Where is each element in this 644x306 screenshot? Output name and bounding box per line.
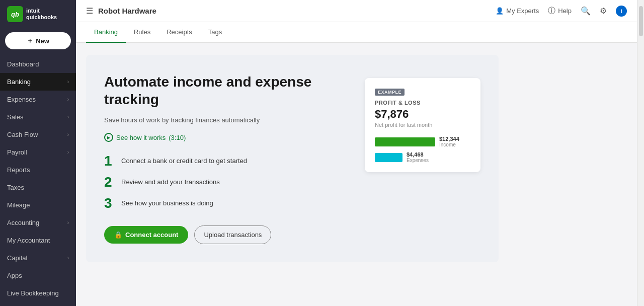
step-3: 3 See how your business is doing: [104, 196, 350, 210]
chevron-right-icon: ›: [67, 149, 69, 155]
quickbooks-logo: qb: [7, 6, 23, 22]
sidebar-item-dashboard[interactable]: Dashboard: [0, 55, 76, 73]
chevron-right-icon: ›: [67, 79, 69, 85]
sidebar-item-expenses[interactable]: Expenses ›: [0, 91, 76, 108]
sidebar-item-taxes[interactable]: Taxes: [0, 179, 76, 196]
help-icon: ⓘ: [548, 6, 555, 16]
step-text: Review and add your transactions: [121, 175, 220, 186]
sidebar-item-label: Banking: [7, 78, 67, 86]
sidebar-item-payroll[interactable]: Payroll ›: [0, 143, 76, 161]
step-number: 2: [104, 175, 115, 189]
help-button[interactable]: ⓘ Help: [548, 6, 572, 16]
sidebar-item-mileage[interactable]: Mileage: [0, 196, 76, 214]
chevron-right-icon: ›: [67, 114, 69, 120]
tab-bar: Banking Rules Receipts Tags: [76, 22, 637, 43]
gear-icon[interactable]: ⚙: [600, 6, 607, 16]
header: ☰ Robot Hardware 👤 My Experts ⓘ Help 🔍 ⚙…: [76, 0, 637, 22]
header-right: 👤 My Experts ⓘ Help 🔍 ⚙ i: [496, 6, 627, 17]
step-number: 1: [104, 154, 115, 168]
main-content: Automate income and expense tracking Sav…: [76, 43, 637, 306]
sidebar-item-my-accountant[interactable]: My Accountant: [0, 232, 76, 249]
plus-icon: ＋: [27, 36, 33, 45]
my-experts-button[interactable]: 👤 My Experts: [496, 7, 539, 15]
income-label: Income: [439, 142, 459, 147]
connect-account-button[interactable]: 🔒 Connect account: [104, 226, 188, 244]
sidebar-item-label: Cash Flow: [7, 131, 67, 138]
tab-rules[interactable]: Rules: [126, 22, 158, 43]
user-initial: i: [620, 8, 622, 14]
chevron-right-icon: ›: [67, 97, 69, 102]
step-text: Connect a bank or credit card to get sta…: [121, 154, 247, 165]
sidebar-item-label: My Accountant: [7, 237, 69, 244]
help-label: Help: [558, 7, 572, 15]
tab-receipts[interactable]: Receipts: [158, 22, 200, 43]
sidebar-item-live-bookkeeping[interactable]: Live Bookkeeping: [0, 284, 76, 302]
chevron-right-icon: ›: [67, 255, 69, 261]
example-card: EXAMPLE PROFIT & LOSS $7,876 Net profit …: [365, 78, 480, 172]
bar-chart: $12,344 Income $4,468 Expenses: [375, 136, 470, 163]
see-how-duration: (3:10): [169, 134, 186, 141]
sidebar-item-label: Mileage: [7, 201, 69, 209]
income-info: $12,344 Income: [439, 136, 459, 147]
sidebar-item-label: Live Bookkeeping: [7, 289, 69, 297]
chevron-right-icon: ›: [67, 220, 69, 225]
new-button-label: New: [36, 37, 49, 45]
tab-banking[interactable]: Banking: [86, 22, 126, 43]
profit-amount: $7,876: [375, 108, 470, 121]
new-button[interactable]: ＋ New: [5, 32, 71, 49]
sidebar-item-label: Payroll: [7, 148, 67, 156]
profit-description: Net profit for last month: [375, 122, 470, 128]
example-badge: EXAMPLE: [375, 89, 405, 96]
expenses-label: Expenses: [407, 158, 429, 163]
step-1: 1 Connect a bank or credit card to get s…: [104, 154, 350, 168]
hero-subtitle: Save hours of work by tracking finances …: [104, 116, 350, 124]
logo-icon: qb: [11, 11, 19, 18]
expenses-amount: $4,468: [407, 151, 429, 158]
expenses-bar: [375, 153, 403, 162]
sidebar-item-reports[interactable]: Reports: [0, 161, 76, 179]
sidebar-item-label: Expenses: [7, 96, 67, 103]
content-area: Banking Rules Receipts Tags Automate inc…: [76, 22, 637, 306]
my-experts-label: My Experts: [506, 7, 539, 15]
search-icon[interactable]: 🔍: [581, 6, 591, 16]
button-row: 🔒 Connect account Upload transactions: [104, 225, 350, 244]
user-avatar[interactable]: i: [616, 6, 627, 17]
page-title: Robot Hardware: [98, 7, 156, 15]
upload-btn-label: Upload transactions: [204, 231, 262, 239]
chevron-right-icon: ›: [67, 132, 69, 137]
sidebar-item-banking[interactable]: Banking ›: [0, 73, 76, 91]
sidebar-item-label: Apps: [7, 272, 69, 279]
brand-text: intuitquickbooks: [26, 8, 57, 21]
sidebar-item-label: Taxes: [7, 184, 69, 191]
sidebar-item-sales[interactable]: Sales ›: [0, 108, 76, 126]
main-area: ☰ Robot Hardware 👤 My Experts ⓘ Help 🔍 ⚙…: [76, 0, 637, 306]
hero-card: Automate income and expense tracking Sav…: [86, 55, 499, 262]
header-left: ☰ Robot Hardware: [86, 6, 156, 16]
hero-left: Automate income and expense tracking Sav…: [104, 73, 350, 244]
hamburger-icon[interactable]: ☰: [86, 6, 93, 16]
play-icon: ▶: [104, 133, 113, 142]
income-bar: [375, 137, 435, 146]
expenses-info: $4,468 Expenses: [407, 151, 429, 163]
tab-tags[interactable]: Tags: [200, 22, 230, 43]
profit-loss-label: PROFIT & LOSS: [375, 100, 470, 106]
sidebar-item-label: Reports: [7, 166, 69, 174]
vertical-scrollbar[interactable]: [637, 0, 644, 306]
steps-list: 1 Connect a bank or credit card to get s…: [104, 154, 350, 210]
see-how-label: See how it works: [116, 134, 166, 141]
sidebar-item-capital[interactable]: Capital ›: [0, 249, 76, 267]
sidebar-item-cashflow[interactable]: Cash Flow ›: [0, 126, 76, 143]
sidebar-item-label: Accounting: [7, 219, 67, 226]
income-amount: $12,344: [439, 136, 459, 142]
upload-transactions-button[interactable]: Upload transactions: [194, 225, 271, 244]
sidebar-item-accounting[interactable]: Accounting ›: [0, 214, 76, 232]
expenses-bar-item: $4,468 Expenses: [375, 151, 470, 163]
sidebar-item-apps[interactable]: Apps: [0, 267, 76, 284]
sidebar-item-label: Sales: [7, 113, 67, 121]
sidebar-item-label: Capital: [7, 254, 67, 262]
see-how-link[interactable]: ▶ See how it works (3:10): [104, 133, 350, 142]
sidebar-item-label: Dashboard: [7, 60, 69, 68]
sidebar: qb intuitquickbooks ＋ New Dashboard Bank…: [0, 0, 76, 306]
logo-area: qb intuitquickbooks: [0, 0, 76, 28]
step-number: 3: [104, 196, 115, 210]
